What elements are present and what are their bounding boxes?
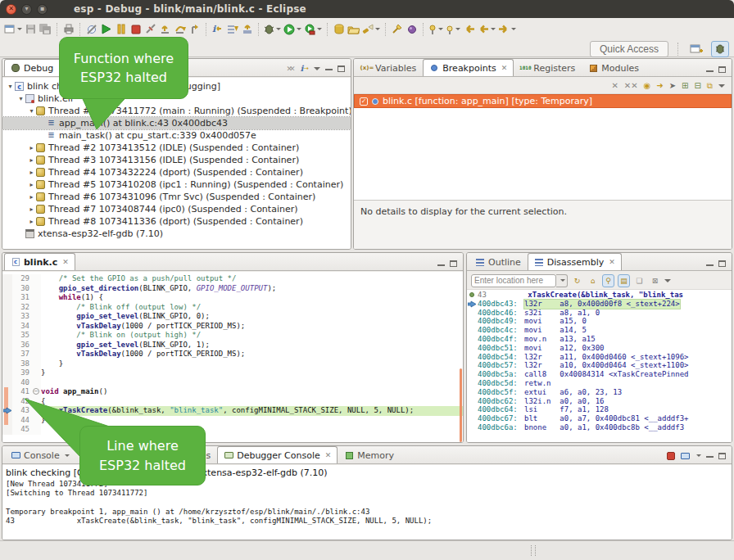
- maximize-view-icon[interactable]: [718, 66, 726, 73]
- minimize-window-button[interactable]: ▾: [21, 4, 32, 15]
- terminate-button[interactable]: [129, 21, 143, 38]
- go-to-file-icon[interactable]: ➜: [656, 81, 663, 90]
- open-type-button[interactable]: [332, 21, 346, 38]
- maximize-view-icon[interactable]: [450, 260, 457, 267]
- remove-all-terminated-icon[interactable]: ✕✕: [286, 65, 295, 73]
- view-menu-icon[interactable]: [718, 84, 725, 88]
- terminate-console-icon[interactable]: [667, 452, 675, 460]
- code-line[interactable]: 42{: [2, 397, 463, 407]
- new-wizard-dropdown-icon[interactable]: [17, 28, 22, 30]
- link-with-editor-button[interactable]: [445, 21, 461, 38]
- code-line[interactable]: 41−void app_main(): [2, 387, 463, 397]
- instruction-stepping-button[interactable]: i: [211, 21, 224, 38]
- run-dropdown-icon[interactable]: [297, 28, 301, 30]
- run-button[interactable]: [283, 21, 302, 38]
- tab-registers[interactable]: 1010 Registers: [514, 59, 582, 76]
- tree-expander-icon[interactable]: ▸: [27, 218, 36, 225]
- code-line[interactable]: 32 /* Blink off (output low) */: [2, 303, 463, 313]
- view-menu-icon[interactable]: [664, 279, 671, 282]
- back-dropdown-icon[interactable]: [491, 28, 496, 30]
- code-line[interactable]: 38 }: [2, 359, 463, 369]
- debug-tree-row[interactable]: ▸Thread #3 1073413156 (IDLE) (Suspended …: [2, 154, 351, 166]
- new-wizard-button[interactable]: [3, 21, 23, 38]
- tree-expander-icon[interactable]: ▸: [27, 193, 36, 201]
- tab-blink-c[interactable]: c blink.c ✕: [4, 253, 75, 270]
- code-line[interactable]: 36 gpio_set_level(BLINK_GPIO, 1);: [2, 341, 463, 350]
- vertical-scrollbar[interactable]: [460, 368, 462, 442]
- tree-expander-icon[interactable]: ▸: [27, 156, 36, 164]
- minimize-view-icon[interactable]: [437, 264, 445, 267]
- tab-outline[interactable]: Outline: [469, 253, 528, 270]
- external-tools-button[interactable]: [303, 21, 323, 38]
- debug-perspective-button[interactable]: [711, 41, 729, 57]
- tab-breakpoints[interactable]: Breakpoints ✕: [423, 59, 514, 76]
- sweep-button[interactable]: [390, 21, 404, 38]
- tab-console[interactable]: Console: [4, 446, 76, 463]
- refresh-view-icon[interactable]: ↻: [571, 274, 583, 287]
- code-line[interactable]: 40: [2, 378, 463, 388]
- tree-expander-icon[interactable]: ▸: [27, 205, 36, 213]
- skip-all-breakpoints-button[interactable]: [84, 21, 98, 38]
- statusbar-drag-handle[interactable]: [531, 545, 536, 556]
- breakpoint-row[interactable]: ✓ blink.c [function: app_main] [type: Te…: [354, 94, 732, 108]
- link-with-debug-view-icon[interactable]: ⧉: [707, 81, 713, 91]
- tab-debugger-console[interactable]: Debugger Console ✕: [217, 446, 338, 463]
- code-line[interactable]: 33 gpio_set_level(BLINK_GPIO, 0);: [2, 312, 463, 322]
- search-button[interactable]: [361, 21, 381, 38]
- tree-expander-icon[interactable]: ▾: [6, 83, 15, 90]
- location-input[interactable]: [471, 274, 556, 287]
- pin-editor-button[interactable]: [428, 21, 444, 38]
- close-tab-icon[interactable]: ✕: [609, 258, 615, 266]
- close-tab-icon[interactable]: ✕: [325, 451, 332, 459]
- fold-marker[interactable]: −: [32, 387, 41, 397]
- debug-tree-row[interactable]: ▸Thread #7 1073408744 (ipc0) (Suspended …: [2, 203, 351, 215]
- code-line[interactable]: 30 gpio_set_direction(BLINK_GPIO, GPIO_M…: [2, 284, 463, 294]
- breakpoint-checkbox[interactable]: ✓: [360, 97, 368, 106]
- last-edit-location-button[interactable]: [462, 21, 476, 38]
- step-into-button[interactable]: [158, 21, 172, 38]
- code-line[interactable]: 44}: [2, 416, 463, 426]
- tree-expander-icon[interactable]: ▾: [16, 95, 25, 102]
- save-all-button[interactable]: [39, 21, 52, 38]
- drop-to-frame-button[interactable]: [240, 21, 254, 38]
- tree-expander-icon[interactable]: ▾: [27, 107, 36, 115]
- console-dropdown-icon[interactable]: [65, 454, 70, 457]
- code-line[interactable]: 45: [2, 425, 463, 435]
- close-window-button[interactable]: ✕: [6, 4, 16, 15]
- use-step-filters-button[interactable]: [225, 21, 239, 38]
- maximize-window-button[interactable]: ▪: [37, 4, 48, 15]
- code-line[interactable]: 39}: [2, 368, 463, 378]
- external-tools-dropdown-icon[interactable]: [317, 28, 322, 30]
- quick-access-button[interactable]: Quick Access: [590, 41, 668, 57]
- display-selected-console-icon[interactable]: [680, 451, 690, 460]
- resume-button[interactable]: [99, 21, 113, 38]
- profile-button[interactable]: [405, 21, 419, 38]
- code-area[interactable]: 29 /* Set the GPIO as a push/pull output…: [2, 272, 463, 442]
- console-select-dropdown-icon[interactable]: [696, 454, 701, 457]
- search-dropdown-icon[interactable]: [375, 28, 380, 30]
- code-line[interactable]: 37 vTaskDelay(1000 / portTICK_PERIOD_MS)…: [2, 350, 463, 359]
- show-source-icon[interactable]: ▤: [618, 274, 630, 287]
- sync-with-stack-icon[interactable]: ⚲: [602, 274, 614, 287]
- maximize-view-icon[interactable]: [718, 453, 726, 459]
- view-menu-icon[interactable]: [314, 67, 320, 70]
- tree-expander-icon[interactable]: ▸: [27, 169, 36, 176]
- forward-button[interactable]: [497, 21, 517, 38]
- step-return-button[interactable]: [188, 21, 202, 38]
- minimize-view-icon[interactable]: [706, 70, 714, 73]
- collapse-all-icon[interactable]: ⊟: [694, 81, 700, 90]
- code-line[interactable]: 43 xTaskCreate(&blink_task, "blink_task"…: [2, 406, 463, 416]
- minimize-view-icon[interactable]: [706, 456, 714, 458]
- instruction-stepping-mode-icon[interactable]: i➝: [300, 64, 309, 73]
- debug-tree-row[interactable]: ▸Thread #8 1073411336 (dport) (Suspended…: [2, 215, 351, 228]
- pin-dropdown-icon[interactable]: [438, 28, 443, 30]
- maximize-view-icon[interactable]: [718, 260, 726, 267]
- debug-tree-row[interactable]: xtensa-esp32-elf-gdb (7.10): [2, 228, 351, 240]
- print-button[interactable]: [61, 21, 75, 38]
- suspend-button[interactable]: [114, 21, 128, 38]
- forward-dropdown-icon[interactable]: [511, 28, 516, 30]
- home-icon[interactable]: ⌂: [587, 274, 599, 287]
- remove-breakpoint-icon[interactable]: ✕: [611, 81, 618, 90]
- open-perspective-button[interactable]: [687, 41, 705, 57]
- close-tab-icon[interactable]: ✕: [62, 258, 69, 266]
